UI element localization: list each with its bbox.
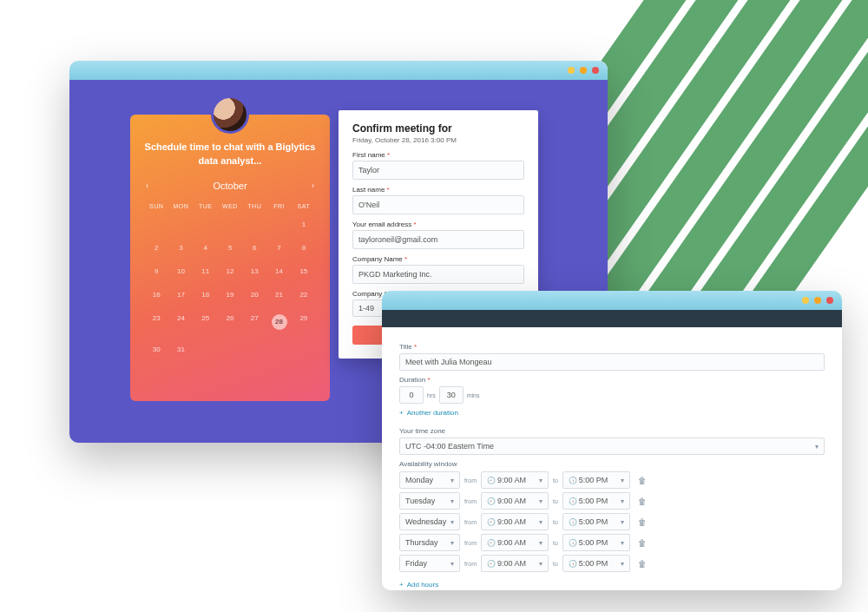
window-titlebar: [69, 61, 608, 80]
clock-icon: 🕔: [569, 477, 577, 484]
calendar-day[interactable]: 3: [168, 236, 193, 260]
builder-window: Title * Meet with Julia Mongeau Duration…: [382, 291, 842, 590]
to-time-select[interactable]: 🕔5:00 PM▾: [562, 555, 630, 572]
day-select[interactable]: Monday▾: [399, 471, 460, 489]
calendar-day[interactable]: 5: [218, 236, 242, 260]
chevron-down-icon: ▾: [450, 477, 454, 484]
calendar-day[interactable]: 25: [194, 306, 218, 338]
calendar-day[interactable]: 15: [292, 260, 316, 283]
trash-icon[interactable]: 🗑: [638, 538, 647, 548]
last-name-label: Last name *: [352, 186, 524, 194]
calendar-day: [242, 213, 266, 236]
dow-label: MON: [168, 200, 193, 213]
add-duration-link[interactable]: Another duration: [399, 409, 458, 417]
calendar-day[interactable]: 30: [144, 338, 168, 361]
calendar-day[interactable]: 26: [218, 306, 242, 338]
calendar-day[interactable]: 24: [168, 306, 193, 338]
day-select[interactable]: Friday▾: [399, 555, 460, 572]
from-time-select[interactable]: 🕘9:00 AM▾: [481, 471, 549, 489]
last-name-input[interactable]: [352, 195, 524, 214]
calendar-day[interactable]: 31: [168, 338, 193, 361]
chevron-down-icon: ▾: [450, 497, 454, 505]
calendar-day: [194, 338, 218, 361]
dow-label: WED: [218, 200, 242, 213]
calendar-day: [168, 213, 193, 236]
duration-minutes-input[interactable]: [439, 386, 464, 404]
from-word: from: [464, 498, 477, 504]
company-input[interactable]: [352, 265, 524, 284]
email-input[interactable]: [352, 230, 524, 249]
chevron-down-icon: ▾: [621, 477, 624, 484]
calendar-day[interactable]: 19: [218, 283, 242, 306]
trash-icon[interactable]: 🗑: [638, 559, 647, 569]
hours-unit: hrs: [427, 392, 436, 398]
trash-icon[interactable]: 🗑: [638, 517, 647, 527]
calendar-day: [266, 338, 291, 361]
calendar-day: [218, 338, 242, 361]
calendar-day[interactable]: 2: [144, 236, 168, 260]
company-label: Company Name *: [352, 255, 524, 263]
from-word: from: [464, 561, 477, 567]
minutes-unit: mins: [467, 392, 480, 398]
clock-icon: 🕔: [569, 560, 577, 568]
from-time-select[interactable]: 🕘9:00 AM▾: [481, 534, 549, 551]
day-select[interactable]: Tuesday▾: [399, 492, 460, 510]
day-select[interactable]: Wednesday▾: [399, 513, 460, 530]
calendar-day[interactable]: 18: [194, 283, 218, 306]
calendar-day[interactable]: 22: [292, 283, 316, 306]
dow-label: SUN: [144, 200, 168, 213]
calendar-day[interactable]: 17: [168, 283, 193, 306]
window-titlebar: [382, 291, 842, 310]
chevron-down-icon: ▾: [539, 560, 542, 568]
chevron-down-icon: ▾: [621, 539, 624, 547]
window-dot-icon: [568, 67, 575, 74]
dow-label: THU: [242, 200, 266, 213]
calendar-day[interactable]: 12: [218, 260, 242, 283]
calendar-day[interactable]: 4: [194, 236, 218, 260]
to-time-select[interactable]: 🕔5:00 PM▾: [562, 534, 630, 551]
from-time-select[interactable]: 🕘9:00 AM▾: [481, 492, 549, 510]
calendar-day[interactable]: 1: [292, 213, 316, 236]
window-dot-icon: [814, 297, 821, 304]
trash-icon[interactable]: 🗑: [638, 476, 647, 485]
first-name-input[interactable]: [352, 161, 524, 180]
to-time-select[interactable]: 🕔5:00 PM▾: [562, 513, 630, 530]
calendar-day[interactable]: 10: [168, 260, 193, 283]
calendar-day[interactable]: 27: [242, 306, 266, 338]
builder-navbar: [382, 310, 842, 327]
calendar-day[interactable]: 7: [266, 236, 291, 260]
title-input[interactable]: Meet with Julia Mongeau: [399, 353, 825, 371]
calendar-day[interactable]: 23: [144, 306, 168, 338]
window-dot-icon: [592, 67, 599, 74]
calendar-day[interactable]: 9: [144, 260, 168, 283]
calendar-day[interactable]: 21: [266, 283, 291, 306]
from-time-select[interactable]: 🕘9:00 AM▾: [481, 513, 549, 530]
chevron-down-icon: ▾: [539, 539, 542, 547]
duration-hours-input[interactable]: [399, 386, 424, 404]
calendar-day[interactable]: 29: [292, 306, 316, 338]
calendar-day[interactable]: 14: [266, 260, 291, 283]
calendar-day[interactable]: 20: [242, 283, 266, 306]
calendar-day[interactable]: 11: [194, 260, 218, 283]
clock-icon: 🕘: [487, 518, 496, 526]
to-time-select[interactable]: 🕔5:00 PM▾: [562, 471, 630, 489]
prev-month-button[interactable]: ‹: [146, 181, 148, 190]
chevron-down-icon: ▾: [621, 497, 624, 505]
from-word: from: [464, 519, 477, 525]
to-time-select[interactable]: 🕔5:00 PM▾: [562, 492, 630, 510]
add-hours-link[interactable]: Add hours: [399, 581, 438, 589]
chevron-down-icon: ▾: [539, 497, 542, 505]
calendar-day[interactable]: 28: [266, 306, 291, 338]
from-time-select[interactable]: 🕘9:00 AM▾: [481, 555, 549, 572]
availability-row: Wednesday▾from🕘9:00 AM▾to🕔5:00 PM▾🗑: [399, 513, 825, 530]
calendar-day[interactable]: 16: [144, 283, 168, 306]
next-month-button[interactable]: ›: [312, 181, 314, 190]
calendar-day[interactable]: 6: [242, 236, 266, 260]
day-select[interactable]: Thursday▾: [399, 534, 460, 551]
calendar-day[interactable]: 8: [292, 236, 316, 260]
timezone-select[interactable]: UTC -04:00 Eastern Time▾: [399, 438, 825, 455]
availability-row: Friday▾from🕘9:00 AM▾to🕔5:00 PM▾🗑: [399, 555, 825, 572]
first-name-label: First name *: [352, 151, 524, 159]
trash-icon[interactable]: 🗑: [638, 497, 647, 506]
calendar-day[interactable]: 13: [242, 260, 266, 283]
